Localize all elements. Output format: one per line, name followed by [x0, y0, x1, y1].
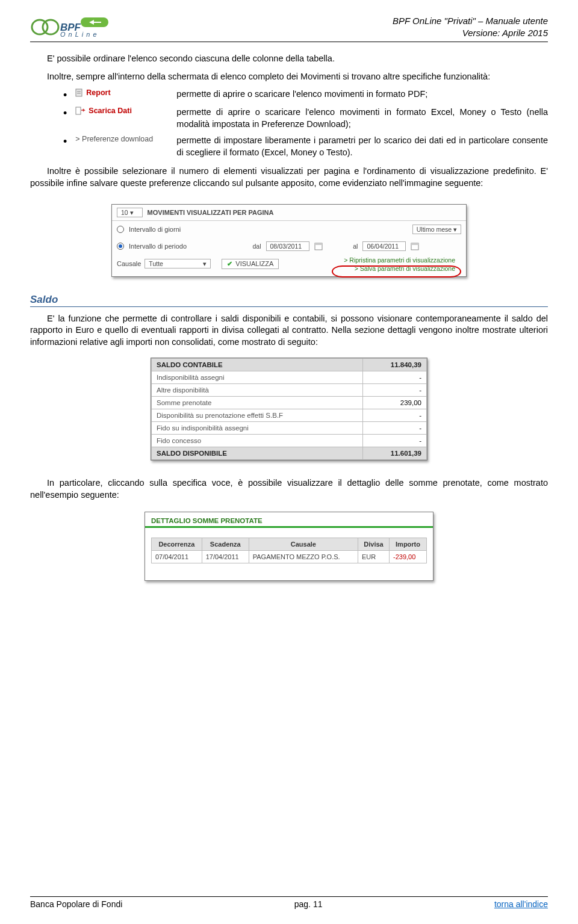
dal-label: dal [253, 243, 261, 250]
prefs-download-label: > Preferenze download [75, 135, 166, 143]
footer-left: Banca Popolare di Fondi [30, 899, 122, 909]
table-cell: SALDO CONTABILE [152, 359, 363, 371]
table-cell: 07/04/2011 [152, 551, 202, 563]
svg-rect-12 [411, 243, 418, 245]
table-header: Causale [249, 538, 358, 551]
table-row: Indisponibilità assegni- [152, 371, 427, 384]
table-row: Somme prenotate239,00 [152, 397, 427, 409]
footer-back-to-index[interactable]: torna all'indice [494, 899, 548, 909]
table-cell: PAGAMENTO MEZZO P.O.S. [249, 551, 358, 563]
table-cell: - [363, 409, 427, 422]
table-cell: SALDO DISPONIBILE [152, 447, 363, 460]
filter-panel-screenshot: 10 ▾ MOVIMENTI VISUALIZZATI PER PAGINA I… [111, 204, 467, 277]
table-cell: Fido concesso [152, 435, 363, 447]
para-1: E' possibile ordinare l'elenco secondo c… [30, 53, 548, 65]
para-3: Inoltre è possibile selezionare il numer… [30, 166, 548, 189]
bullet-desc-2: permette di aprire o scaricare l'elenco … [176, 107, 548, 130]
bullet-desc-1: permette di aprire o scaricare l'elenco … [176, 88, 548, 101]
feature-list: Report permette di aprire o scaricare l'… [30, 88, 548, 158]
calendar-icon[interactable] [411, 242, 419, 250]
download-icon: Scarica Dati [75, 107, 166, 115]
saldo-table-screenshot: SALDO CONTABILE11.840,39Indisponibilità … [151, 358, 427, 460]
svg-rect-8 [76, 107, 81, 114]
table-cell: -239,00 [390, 551, 427, 563]
table-row: SALDO DISPONIBILE11.601,39 [152, 447, 427, 460]
table-cell: Indisponibilità assegni [152, 371, 363, 384]
label-periodo: Intervallo di periodo [129, 243, 201, 250]
footer-center: pag. 11 [294, 899, 323, 909]
doc-version: Versione: Aprile 2015 [393, 27, 548, 39]
dettaglio-title: DETTAGLIO SOMME PRENOTATE [145, 512, 433, 526]
causale-label: Causale [117, 260, 141, 267]
table-row: Fido concesso- [152, 435, 427, 447]
date-to-input[interactable]: 06/04/2011 [362, 241, 406, 251]
ultimo-mese-select[interactable]: Ultimo mese ▾ [412, 225, 461, 234]
table-cell: Disponibilità su prenotazione effetti S.… [152, 409, 363, 422]
table-cell: Fido su indisponibilità assegni [152, 422, 363, 435]
table-cell: Altre disponibilità [152, 384, 363, 397]
doc-title: BPF OnLine "Privati" – Manuale utente [393, 15, 548, 27]
table-cell: Somme prenotate [152, 397, 363, 409]
footer-rule [30, 896, 548, 897]
table-cell: 11.840,39 [363, 359, 427, 371]
table-header: Decorrenza [152, 538, 202, 551]
radio-periodo[interactable] [117, 243, 124, 250]
visualizza-button[interactable]: ✔VISUALIZZA [222, 259, 279, 269]
table-row: Fido su indisponibilità assegni- [152, 422, 427, 435]
table-header: Divisa [358, 538, 389, 551]
link-ripristina[interactable]: > Ripristina parametri di visualizzazion… [344, 256, 455, 265]
date-from-input[interactable]: 08/03/2011 [266, 241, 309, 251]
table-row: SALDO CONTABILE11.840,39 [152, 359, 427, 371]
dettaglio-screenshot: DETTAGLIO SOMME PRENOTATE DecorrenzaScad… [144, 512, 434, 581]
calendar-icon[interactable] [314, 242, 323, 250]
table-cell: - [363, 422, 427, 435]
per-page-select[interactable]: 10 ▾ [117, 208, 143, 217]
radio-giorni[interactable] [117, 226, 124, 233]
al-label: al [353, 243, 358, 250]
para-dettaglio: In particolare, cliccando sulla specific… [30, 477, 548, 501]
table-cell: EUR [358, 551, 389, 563]
para-saldo: E' la funzione che permette di controlla… [30, 313, 548, 349]
label-giorni: Intervallo di giorni [129, 226, 201, 233]
svg-point-1 [43, 20, 58, 34]
table-cell: - [363, 435, 427, 447]
table-header: Scadenza [202, 538, 249, 551]
section-saldo-title: Saldo [30, 294, 548, 307]
bullet-desc-3: permette di impostare liberamente i para… [176, 135, 548, 158]
table-row: Disponibilità su prenotazione effetti S.… [152, 409, 427, 422]
logo: BPF O n L i n e [30, 15, 120, 39]
table-cell: - [363, 371, 427, 384]
table-cell: - [363, 384, 427, 397]
para-2: Inoltre, sempre all'interno della scherm… [30, 71, 548, 83]
table-cell: 17/04/2011 [202, 551, 249, 563]
per-page-label: MOVIMENTI VISUALIZZATI PER PAGINA [148, 209, 274, 216]
table-cell: 239,00 [363, 397, 427, 409]
svg-rect-10 [315, 243, 322, 245]
svg-text:O n L i n e: O n L i n e [60, 31, 98, 38]
table-cell: 11.601,39 [363, 447, 427, 460]
header-rule [30, 42, 548, 42]
link-salva[interactable]: > Salva parametri di visualizzazione [344, 264, 455, 273]
causale-select[interactable]: Tutte▾ [144, 259, 211, 268]
table-row: Altre disponibilità- [152, 384, 427, 397]
report-icon: Report [75, 88, 166, 97]
svg-rect-5 [76, 89, 82, 96]
table-header: Importo [390, 538, 427, 551]
